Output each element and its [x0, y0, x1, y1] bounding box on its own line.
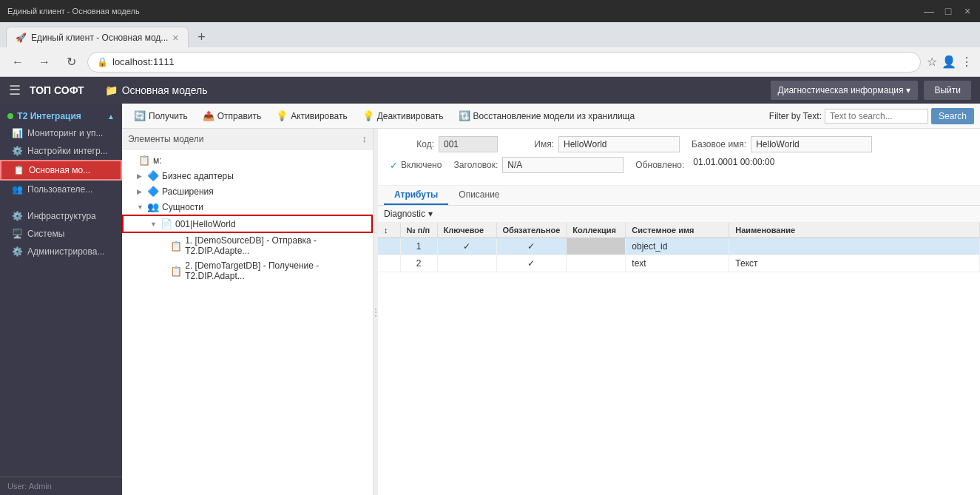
sidebar-item-systems[interactable]: 🖥️ Системы — [0, 225, 122, 243]
tree-arrow-ext: ▶ — [137, 188, 144, 195]
cell-collection-2 — [567, 255, 626, 272]
tree-ext-label: Расширения — [162, 186, 214, 197]
new-tab-button[interactable]: + — [192, 27, 212, 47]
code-input[interactable] — [439, 136, 498, 152]
name-input[interactable] — [558, 136, 680, 152]
check-enabled-icon: ✓ — [390, 160, 398, 171]
title-bar-controls: — □ × — [924, 6, 973, 16]
activate-button[interactable]: 💡 Активировать — [270, 108, 353, 124]
topbar-right: Диагностическая информация ▾ Выйти — [771, 81, 971, 100]
forward-button[interactable]: → — [34, 52, 55, 73]
diagnostic-text: Diagnostic — [384, 209, 425, 219]
tree-sort-icon[interactable]: ↕ — [362, 133, 368, 144]
filter-input[interactable] — [825, 109, 928, 124]
tree-item-extensions[interactable]: ▶ 🔷 Расширения — [122, 183, 373, 199]
filter-search-button[interactable]: Search — [931, 108, 974, 124]
tree-dt-icon: 📋 — [170, 266, 182, 277]
browser-tab[interactable]: 🚀 Единый клиент - Основная мод... × — [6, 27, 189, 47]
refresh-button[interactable]: 🔄 Получить — [128, 108, 194, 124]
collapse-icon[interactable]: ▲ — [107, 112, 115, 121]
col-sort-header[interactable]: ↕ — [378, 223, 400, 238]
section-title-text: Основная модель — [122, 84, 208, 96]
hamburger-icon[interactable]: ☰ — [9, 82, 21, 98]
tree-arrow-hw: ▼ — [150, 220, 158, 228]
sidebar-item-users[interactable]: 👥 Пользователе... — [0, 181, 122, 198]
title-input[interactable] — [502, 157, 624, 173]
cell-required-1: ✓ — [496, 238, 567, 255]
menu-icon[interactable]: ⋮ — [961, 55, 973, 69]
col-key-header[interactable]: Ключевое — [437, 223, 496, 238]
tree-item-root[interactable]: 📋 м: — [122, 152, 373, 168]
cell-displayname-2: Текст — [729, 255, 980, 272]
table-row[interactable]: 2 ✓ text Текст — [378, 255, 980, 272]
maximize-button[interactable]: □ — [943, 6, 953, 16]
systems-icon: 🖥️ — [12, 229, 23, 239]
restore-button[interactable]: 🔃 Восстановление модели из хранилища — [453, 108, 641, 124]
diagnostic-dropdown[interactable]: Diagnostic ▾ — [384, 209, 433, 219]
send-button[interactable]: 📤 Отправить — [197, 108, 268, 124]
sidebar-item-infrastructure[interactable]: ⚙️ Инфраструктура — [0, 207, 122, 225]
logout-button[interactable]: Выйти — [924, 81, 971, 100]
tree-ds-icon: 📋 — [170, 240, 182, 252]
tab-attributes[interactable]: Атрибуты — [384, 186, 448, 205]
col-collection-header[interactable]: Коллекция — [567, 223, 626, 238]
browser-chrome: Единый клиент - Основная модель — □ × 🚀 … — [0, 0, 980, 77]
diagnostic-label: Диагностическая информация — [778, 85, 904, 95]
base-name-input[interactable] — [751, 136, 872, 152]
minimize-button[interactable]: — — [924, 6, 934, 16]
bookmark-icon[interactable]: ☆ — [927, 55, 937, 69]
app-topbar: ☰ ТОП СОФТ 📁 Основная модель Диагностиче… — [0, 77, 980, 104]
sidebar-item-monitoring[interactable]: 📊 Мониторинг и уп... — [0, 124, 122, 142]
sidebar-section: Т2 Интеграция ▲ 📊 Мониторинг и уп... ⚙️ … — [0, 104, 122, 203]
table-header-row: ↕ № п/п Ключевое Обязательное Коллекция … — [378, 223, 980, 238]
main-content: Т2 Интеграция ▲ 📊 Мониторинг и уп... ⚙️ … — [0, 104, 980, 495]
main-model-icon: 📋 — [13, 165, 24, 175]
close-window-button[interactable]: × — [962, 6, 973, 16]
sidebar-item-settings[interactable]: ⚙️ Настройки интегр... — [0, 142, 122, 160]
col-sysname-header[interactable]: Системное имя — [626, 223, 729, 238]
title-bar-text: Единый клиент - Основная модель — [7, 7, 918, 16]
col-required-header[interactable]: Обязательное — [496, 223, 567, 238]
tree-panel: Элементы модели ↕ 📋 м: ▶ 🔷 — [122, 129, 374, 495]
title-bar: Единый клиент - Основная модель — □ × — [0, 0, 980, 22]
tree-ds-label: 1. [DemoSourceDB] - Отправка - T2.DIP.Ad… — [185, 235, 367, 256]
address-bar-icons: ☆ 👤 ⋮ — [927, 55, 973, 69]
col-displayname-header[interactable]: Наименование — [729, 223, 980, 238]
sidebar-item-users-label: Пользователе... — [27, 184, 92, 195]
sidebar-item-main-model[interactable]: 📋 Основная мо... — [0, 160, 122, 181]
col-num-header[interactable]: № п/п — [400, 223, 437, 238]
tab-description[interactable]: Описание — [448, 186, 510, 205]
diagnostic-bar: Diagnostic ▾ — [378, 206, 980, 223]
table-row[interactable]: 1 ✓ ✓ object_id — [378, 238, 980, 255]
sidebar-item-infra-label: Инфраструктура — [27, 211, 96, 221]
tree-item-entities[interactable]: ▼ 👥 Сущности — [122, 199, 373, 215]
tree-item-biz-adapters[interactable]: ▶ 🔷 Бизнес адаптеры — [122, 168, 373, 183]
cell-collection-1 — [567, 238, 626, 255]
refresh-button[interactable]: ↻ — [61, 52, 81, 73]
profile-icon[interactable]: 👤 — [942, 55, 956, 69]
restore-label: Восстановление модели из хранилища — [473, 111, 635, 121]
deactivate-button[interactable]: 💡 Деактивировать — [356, 108, 450, 124]
code-field: Код: — [390, 136, 498, 152]
detail-panel: Код: Имя: Базовое имя: — [378, 129, 980, 495]
sidebar-item-admin[interactable]: ⚙️ Администрирова... — [0, 243, 122, 260]
tree-item-demotarget[interactable]: 📋 2. [DemoTargetDB] - Получение - T2.DIP… — [122, 258, 373, 283]
tree-item-demosource[interactable]: 📋 1. [DemoSourceDB] - Отправка - T2.DIP.… — [122, 233, 373, 258]
url-bar[interactable]: 🔒 localhost:1111 — [87, 52, 921, 73]
sidebar-integration-header[interactable]: Т2 Интеграция ▲ — [0, 108, 122, 124]
tree-dt-label: 2. [DemoTargetDB] - Получение - T2.DIP.A… — [185, 260, 367, 281]
detail-tabs: Атрибуты Описание — [378, 186, 980, 206]
sidebar-item-admin-label: Администрирова... — [27, 246, 104, 257]
tab-close-button[interactable]: × — [172, 32, 178, 44]
diagnostic-dropdown-button[interactable]: Диагностическая информация ▾ — [771, 81, 919, 100]
back-button[interactable]: ← — [7, 52, 28, 73]
sidebar-item-settings-label: Настройки интегр... — [27, 146, 108, 156]
tree-item-helloworld[interactable]: ▼ 📄 001|HelloWorld — [122, 215, 373, 233]
tree-header: Элементы модели ↕ — [122, 129, 373, 149]
enabled-label: Включено — [401, 160, 442, 170]
tree-content: 📋 м: ▶ 🔷 Бизнес адаптеры ▶ 🔷 — [122, 149, 373, 495]
sidebar-section-infra: ⚙️ Инфраструктура 🖥️ Системы ⚙️ Админист… — [0, 203, 122, 265]
tab-bar: 🚀 Единый клиент - Основная мод... × + — [0, 22, 980, 47]
tree-biz-icon: 🔷 — [147, 170, 159, 181]
cell-key-2 — [437, 255, 496, 272]
